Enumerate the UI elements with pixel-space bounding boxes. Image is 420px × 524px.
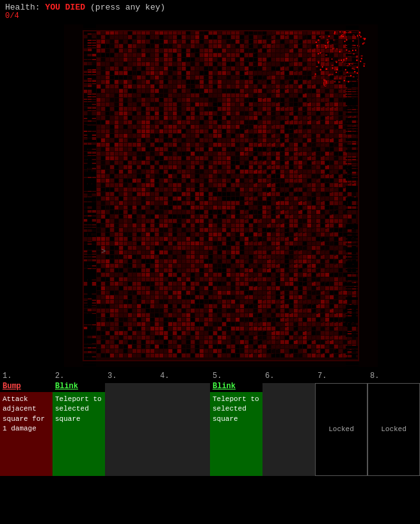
ability-box-4 [158, 383, 210, 476]
ability-slot-7[interactable]: 7.Locked [315, 370, 368, 476]
ability-slot-5[interactable]: 5.BlinkTeleport to selected square [210, 370, 262, 476]
ability-slot-1[interactable]: 1.BumpAttack adjacent square for 1 damag… [0, 370, 52, 476]
ability-name-5: Blink [210, 382, 238, 392]
ability-desc-5: Teleport to selected square [213, 395, 260, 424]
ability-number-4: 4. [158, 370, 172, 382]
ability-desc-7: Locked [328, 425, 354, 434]
ability-desc-8: Locked [381, 425, 407, 434]
ability-box-5: Teleport to selected square [210, 392, 262, 476]
ability-name-1: Bump [0, 382, 24, 392]
press-key-text: (press any key) [90, 3, 165, 12]
ability-number-7: 7. [315, 370, 329, 382]
ability-slot-3[interactable]: 3. [105, 370, 158, 476]
ability-number-2: 2. [52, 370, 67, 382]
ability-slot-8[interactable]: 8.Locked [368, 370, 420, 476]
ability-slot-2[interactable]: 2.BlinkTeleport to selected square [52, 370, 105, 476]
ability-box-7: Locked [315, 383, 368, 476]
health-label: Health: [5, 3, 40, 12]
ability-number-5: 5. [210, 370, 224, 382]
ability-desc-2: Teleport to selected square [55, 395, 102, 424]
ability-box-6 [262, 383, 315, 476]
game-map [64, 24, 378, 367]
ability-number-6: 6. [262, 370, 277, 382]
header: Health: YOU DIED (press any key) [0, 0, 420, 15]
ability-box-2: Teleport to selected square [52, 392, 105, 476]
map-canvas [64, 24, 378, 367]
died-text: YOU DIED [45, 3, 85, 12]
ability-number-1: 1. [0, 370, 14, 382]
ability-box-3 [105, 383, 158, 476]
ability-box-1: Attack adjacent square for 1 damage [0, 392, 52, 476]
health-value: 0/4 [5, 12, 19, 20]
ability-desc-1: Attack adjacent square for 1 damage [3, 395, 50, 434]
ability-number-3: 3. [105, 370, 119, 382]
ability-bar: 1.BumpAttack adjacent square for 1 damag… [0, 370, 420, 476]
ability-slot-6[interactable]: 6. [262, 370, 315, 476]
ability-box-8: Locked [368, 383, 420, 476]
ability-number-8: 8. [368, 370, 382, 382]
ability-slot-4[interactable]: 4. [158, 370, 210, 476]
ability-name-2: Blink [52, 382, 81, 392]
